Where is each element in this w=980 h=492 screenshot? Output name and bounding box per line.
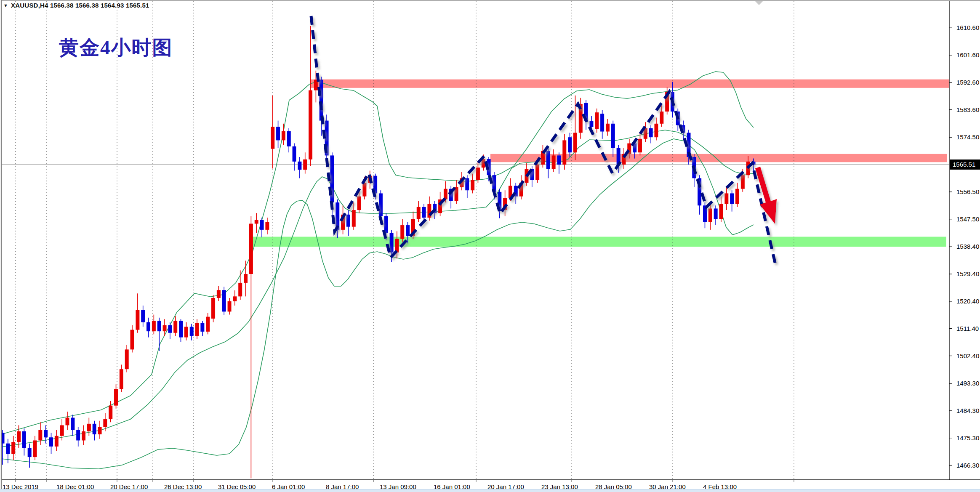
candle-body	[44, 430, 48, 437]
candle-body	[303, 160, 307, 170]
candle-body	[708, 208, 712, 222]
candle-body	[195, 323, 199, 336]
current-price-tag: 1565.51	[950, 160, 980, 170]
candle-body	[724, 193, 728, 204]
candle-body	[282, 131, 285, 141]
candle-body	[719, 204, 723, 219]
candle-body	[573, 133, 577, 152]
candle-body	[66, 418, 69, 425]
candle-body	[38, 430, 42, 440]
candle-body	[217, 290, 221, 298]
candle-body	[82, 431, 85, 441]
candle-body	[320, 80, 323, 120]
candle-body	[163, 325, 167, 331]
candle-body	[49, 437, 53, 447]
candle-body	[417, 207, 421, 219]
bollinger-lower-line	[1, 139, 754, 469]
candle-body	[557, 155, 561, 165]
candle-body	[552, 155, 556, 169]
price-tick-label: 1466.30	[956, 462, 979, 469]
price-tick-label: 1484.30	[956, 407, 979, 414]
price-tick-label: 1502.40	[956, 352, 979, 359]
candle-body	[562, 140, 566, 165]
price-axis[interactable]: 1610.601601.601592.601583.601574.501556.…	[949, 24, 979, 468]
symbol-quote-text: XAUUSD,H4 1566.38 1566.38 1564.93 1565.5…	[11, 2, 149, 9]
candle-body	[276, 127, 280, 140]
candle-body	[260, 220, 264, 230]
collapse-icon[interactable]: ▼	[3, 3, 8, 8]
candle-body	[244, 274, 248, 283]
candle-body	[130, 330, 134, 350]
candle-body	[535, 165, 539, 180]
candle-body	[400, 225, 404, 239]
candle-body	[28, 448, 32, 457]
candle-body	[98, 427, 102, 434]
candle-body	[157, 321, 161, 331]
price-chart-svg[interactable]: 1610.601601.601592.601583.601574.501556.…	[0, 0, 980, 492]
price-tick-label: 1520.40	[956, 298, 979, 305]
sr-zones[interactable]	[251, 80, 949, 247]
candle-body	[660, 112, 663, 124]
zone-support[interactable]	[251, 237, 946, 247]
price-tick-label: 1511.40	[956, 325, 979, 332]
price-tick-label: 1493.30	[956, 380, 979, 387]
candle-body	[184, 327, 188, 337]
candle-body	[76, 430, 80, 440]
candle-body	[211, 298, 215, 319]
candle-body	[152, 321, 156, 331]
candle-body	[109, 406, 112, 419]
candle-body	[638, 139, 642, 152]
price-tick-label: 1475.30	[956, 434, 979, 441]
annotation-title[interactable]: 黄金4小时图	[59, 35, 173, 61]
candle-body	[595, 112, 599, 129]
candle-body	[55, 436, 59, 447]
candle-body	[362, 183, 366, 196]
price-tick-label: 1583.60	[956, 106, 979, 113]
candle-body	[200, 323, 204, 332]
candle-body	[190, 327, 194, 336]
candle-body	[222, 290, 226, 311]
candle-body	[60, 425, 64, 436]
candle-body	[568, 137, 572, 152]
chart-canvas[interactable]: 1610.601601.601592.601583.601574.501556.…	[0, 0, 980, 492]
candle-body	[287, 131, 291, 146]
candle-body	[390, 233, 394, 253]
shift-marker-icon[interactable]	[755, 1, 763, 5]
candle-body	[714, 208, 718, 219]
candle-body	[33, 440, 37, 457]
price-tick-label: 1556.50	[956, 188, 979, 195]
price-tick-label: 1592.60	[956, 79, 979, 86]
candle-body	[6, 444, 10, 454]
candle-body	[206, 317, 210, 332]
candle-body	[141, 310, 145, 322]
candle-body	[309, 90, 312, 160]
candle-body	[271, 127, 274, 149]
candle-body	[741, 175, 745, 189]
trend-zigzag-dashed-line[interactable]	[311, 16, 775, 264]
price-tick-label: 1547.50	[956, 215, 979, 223]
zone-resistance-upper[interactable]	[311, 80, 949, 88]
candle-body	[606, 124, 610, 132]
candle-body	[233, 296, 237, 301]
candle-body	[249, 223, 253, 274]
candle-body	[17, 431, 21, 442]
candle-body	[406, 225, 410, 236]
candle-body	[255, 220, 258, 224]
candle-body	[735, 189, 739, 204]
candle-body	[265, 222, 269, 230]
candle-body	[103, 419, 107, 427]
candle-body	[611, 124, 615, 148]
candle-body	[228, 301, 232, 311]
candle-body	[546, 151, 550, 169]
candle-body	[589, 121, 593, 127]
candle-body	[352, 210, 356, 227]
candle-body	[346, 215, 350, 227]
symbol-info: ▼ XAUUSD,H4 1566.38 1566.38 1564.93 1565…	[3, 2, 149, 9]
price-tick-label: 1574.50	[956, 133, 979, 141]
candle-body	[136, 310, 139, 330]
sell-direction-arrow[interactable]	[755, 167, 777, 224]
current-price-value: 1565.51	[953, 161, 975, 168]
candle-body	[11, 442, 15, 454]
candle-body	[120, 369, 123, 389]
candle-body	[654, 124, 658, 137]
